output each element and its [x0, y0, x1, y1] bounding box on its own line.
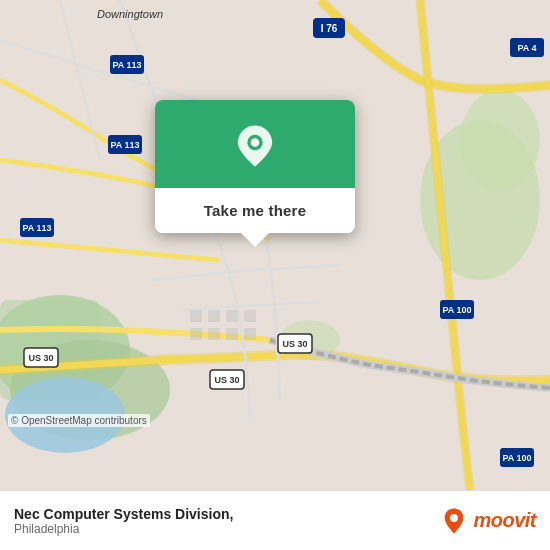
location-pin-icon: [231, 122, 279, 170]
svg-point-39: [451, 514, 459, 522]
svg-point-38: [251, 138, 260, 147]
svg-text:PA 113: PA 113: [22, 223, 51, 233]
map-container: I 76 PA 113 PA 113 PA 113 PA 100 US 30 U…: [0, 0, 550, 490]
bottom-bar-left: Nec Computer Systems Division, Philadelp…: [14, 506, 233, 536]
moovit-text: moovit: [473, 509, 536, 532]
svg-rect-15: [244, 328, 256, 340]
svg-point-2: [460, 90, 540, 190]
take-me-there-button[interactable]: Take me there: [155, 188, 355, 233]
popup-tail: [241, 233, 269, 247]
popup-card: Take me there: [155, 100, 355, 233]
moovit-logo[interactable]: moovit: [440, 507, 536, 535]
svg-text:US 30: US 30: [214, 375, 239, 385]
svg-rect-13: [226, 328, 238, 340]
svg-text:Downingtown: Downingtown: [97, 8, 163, 20]
svg-rect-12: [208, 328, 220, 340]
svg-text:I 76: I 76: [321, 23, 338, 34]
svg-text:PA 113: PA 113: [112, 60, 141, 70]
svg-rect-9: [208, 310, 220, 322]
svg-rect-14: [244, 310, 256, 322]
bottom-bar: Nec Computer Systems Division, Philadelp…: [0, 490, 550, 550]
map-attribution: © OpenStreetMap contributors: [8, 414, 150, 427]
svg-text:PA 4: PA 4: [517, 43, 536, 53]
svg-rect-8: [190, 310, 202, 322]
svg-text:PA 113: PA 113: [110, 140, 139, 150]
svg-text:US 30: US 30: [28, 353, 53, 363]
popup-icon-area: [155, 100, 355, 188]
place-name: Nec Computer Systems Division,: [14, 506, 233, 522]
svg-rect-11: [190, 328, 202, 340]
place-city: Philadelphia: [14, 522, 233, 536]
svg-text:PA 100: PA 100: [502, 453, 531, 463]
svg-text:US 30: US 30: [282, 339, 307, 349]
moovit-pin-icon: [440, 507, 468, 535]
svg-rect-10: [226, 310, 238, 322]
svg-text:PA 100: PA 100: [442, 305, 471, 315]
